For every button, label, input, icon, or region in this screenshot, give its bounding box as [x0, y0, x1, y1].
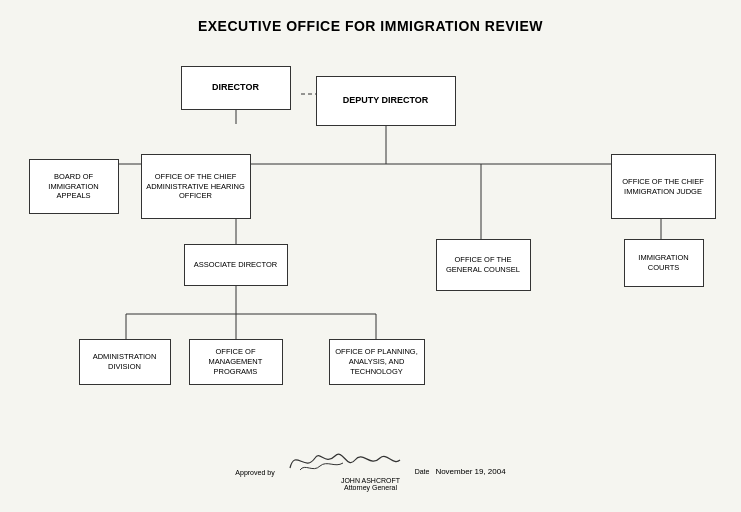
page-title: EXECUTIVE OFFICE FOR IMMIGRATION REVIEW: [198, 18, 543, 34]
signature-area: Approved by Date November 19, 2004 JOHN …: [235, 438, 505, 491]
director-box: DIRECTOR: [181, 66, 291, 110]
sig-line: Approved by Date November 19, 2004: [235, 438, 505, 476]
chief-admin-box: OFFICE OF THE CHIEF ADMINISTRATIVE HEARI…: [141, 154, 251, 219]
approved-by-label: Approved by: [235, 469, 274, 476]
mgmt-programs-box: OFFICE OF MANAGEMENT PROGRAMS: [189, 339, 283, 385]
planning-box: OFFICE OF PLANNING, ANALYSIS, AND TECHNO…: [329, 339, 425, 385]
general-counsel-box: OFFICE OF THE GENERAL COUNSEL: [436, 239, 531, 291]
signer-title: Attorney General: [344, 484, 397, 491]
board-immigration-box: BOARD OF IMMIGRATION APPEALS: [29, 159, 119, 214]
immigration-courts-box: IMMIGRATION COURTS: [624, 239, 704, 287]
chief-immigration-judge-box: OFFICE OF THE CHIEF IMMIGRATION JUDGE: [611, 154, 716, 219]
admin-division-box: ADMINISTRATION DIVISION: [79, 339, 171, 385]
date-value: November 19, 2004: [435, 467, 505, 476]
org-chart: DIRECTOR DEPUTY DIRECTOR BOARD OF IMMIGR…: [21, 44, 721, 434]
signer-name: JOHN ASHCROFT: [341, 477, 400, 484]
deputy-director-box: DEPUTY DIRECTOR: [316, 76, 456, 126]
date-label: Date November 19, 2004: [415, 467, 506, 476]
associate-director-box: ASSOCIATE DIRECTOR: [184, 244, 288, 286]
signature-svg: [285, 438, 405, 476]
